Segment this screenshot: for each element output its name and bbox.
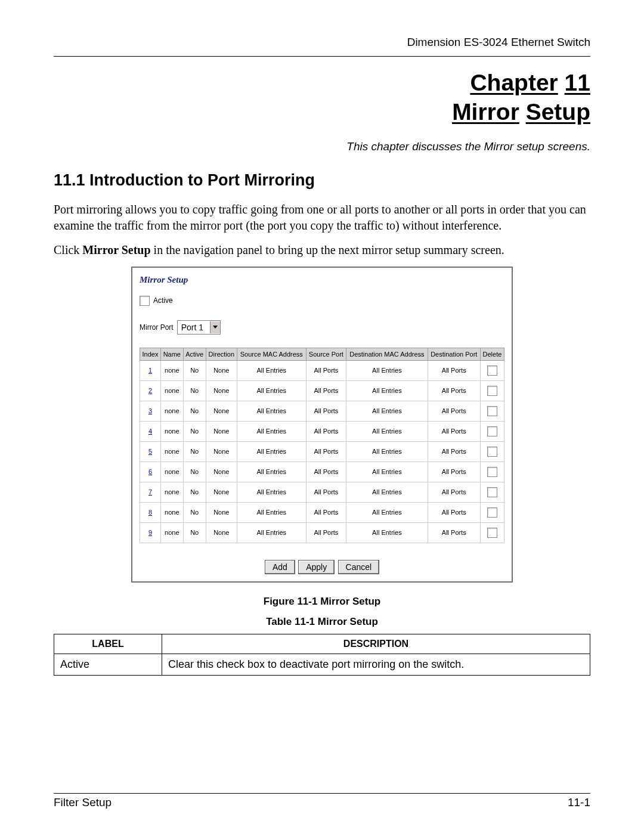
section-heading: 11.1 Introduction to Port Mirroring xyxy=(54,171,590,190)
cell-name: none xyxy=(161,502,184,522)
index-link[interactable]: 4 xyxy=(148,428,152,435)
index-link[interactable]: 5 xyxy=(148,448,152,455)
cell-srcmac: All Entries xyxy=(237,401,306,421)
cell-active: No xyxy=(183,441,206,462)
cell-srcport: All Ports xyxy=(306,522,346,543)
cell-srcport: All Ports xyxy=(306,441,346,462)
delete-checkbox[interactable] xyxy=(487,507,497,518)
cell-direction: None xyxy=(206,441,237,462)
p2-post: in the navigation panel to bring up the … xyxy=(151,243,504,256)
cell-dstport: All Ports xyxy=(428,421,480,441)
cell-active: No xyxy=(183,421,206,441)
footer: Filter Setup 11-1 xyxy=(54,793,590,809)
col-name: Name xyxy=(161,348,184,360)
cell-direction: None xyxy=(206,401,237,421)
cell-name: none xyxy=(161,421,184,441)
delete-checkbox[interactable] xyxy=(487,487,497,497)
cell-name: none xyxy=(161,401,184,421)
delete-checkbox[interactable] xyxy=(487,528,497,538)
cell-srcport: All Ports xyxy=(306,380,346,401)
delete-checkbox[interactable] xyxy=(487,467,497,477)
footer-right: 11-1 xyxy=(568,796,590,809)
cell-active: No xyxy=(183,462,206,482)
p2-bold: Mirror Setup xyxy=(82,243,150,256)
delete-checkbox[interactable] xyxy=(487,366,497,376)
mirror-port-select[interactable]: Port 1 xyxy=(177,320,221,335)
figure-caption: Figure 11-1 Mirror Setup xyxy=(131,596,513,608)
mirror-table: Index Name Active Direction Source MAC A… xyxy=(140,348,504,543)
cell-dstport: All Ports xyxy=(428,502,480,522)
active-label: Active xyxy=(153,296,173,305)
col-delete: Delete xyxy=(480,348,504,360)
col-direction: Direction xyxy=(206,348,237,360)
delete-checkbox[interactable] xyxy=(487,406,497,416)
mirror-port-value: Port 1 xyxy=(178,323,210,332)
chapter-name-a: Mirror xyxy=(452,99,519,125)
cell-active: No xyxy=(183,401,206,421)
table-row: 1noneNoNoneAll EntriesAll PortsAll Entri… xyxy=(140,360,504,380)
apply-button[interactable]: Apply xyxy=(298,560,335,574)
cell-srcport: All Ports xyxy=(306,482,346,502)
cell-name: none xyxy=(161,380,184,401)
cell-dstport: All Ports xyxy=(428,482,480,502)
chapter-name-b: Setup xyxy=(526,99,590,125)
chapter-subtitle: This chapter discusses the Mirror setup … xyxy=(54,140,590,153)
footer-left: Filter Setup xyxy=(54,796,112,809)
cell-dstmac: All Entries xyxy=(346,421,428,441)
index-link[interactable]: 3 xyxy=(148,407,152,414)
desc-label: Active xyxy=(54,654,162,675)
delete-checkbox[interactable] xyxy=(487,386,497,396)
col-srcport: Source Port xyxy=(306,348,346,360)
chapter-title: Chapter 11 Mirror Setup xyxy=(54,69,590,127)
index-link[interactable]: 7 xyxy=(148,488,152,496)
chapter-number: 11 xyxy=(565,70,590,95)
cell-direction: None xyxy=(206,360,237,380)
header-rule xyxy=(54,56,590,57)
cell-dstport: All Ports xyxy=(428,462,480,482)
chevron-down-icon xyxy=(210,321,220,333)
cancel-button[interactable]: Cancel xyxy=(338,560,380,574)
cell-active: No xyxy=(183,360,206,380)
add-button[interactable]: Add xyxy=(265,560,295,574)
cell-dstport: All Ports xyxy=(428,380,480,401)
cell-srcmac: All Entries xyxy=(237,380,306,401)
cell-srcport: All Ports xyxy=(306,462,346,482)
cell-srcmac: All Entries xyxy=(237,482,306,502)
cell-dstmac: All Entries xyxy=(346,522,428,543)
table-row: 5noneNoNoneAll EntriesAll PortsAll Entri… xyxy=(140,441,504,462)
cell-srcport: All Ports xyxy=(306,360,346,380)
col-index: Index xyxy=(140,348,161,360)
col-active: Active xyxy=(183,348,206,360)
desc-text: Clear this check box to deactivate port … xyxy=(162,654,590,675)
delete-checkbox[interactable] xyxy=(487,447,497,457)
table-row: 3noneNoNoneAll EntriesAll PortsAll Entri… xyxy=(140,401,504,421)
cell-active: No xyxy=(183,482,206,502)
cell-direction: None xyxy=(206,482,237,502)
index-link[interactable]: 8 xyxy=(148,509,152,516)
cell-direction: None xyxy=(206,522,237,543)
header-product: Dimension ES-3024 Ethernet Switch xyxy=(54,36,590,49)
cell-direction: None xyxy=(206,502,237,522)
col-dstmac: Destination MAC Address xyxy=(346,348,428,360)
cell-srcmac: All Entries xyxy=(237,462,306,482)
paragraph-1: Port mirroring allows you to copy traffi… xyxy=(54,202,590,234)
table-row: 9noneNoNoneAll EntriesAll PortsAll Entri… xyxy=(140,522,504,543)
index-link[interactable]: 2 xyxy=(148,387,152,394)
cell-active: No xyxy=(183,522,206,543)
table-caption: Table 11-1 Mirror Setup xyxy=(54,616,590,628)
cell-dstport: All Ports xyxy=(428,522,480,543)
col-srcmac: Source MAC Address xyxy=(237,348,306,360)
cell-srcmac: All Entries xyxy=(237,421,306,441)
delete-checkbox[interactable] xyxy=(487,426,497,436)
active-checkbox[interactable] xyxy=(140,296,150,306)
index-link[interactable]: 6 xyxy=(148,468,152,475)
table-row: 4noneNoNoneAll EntriesAll PortsAll Entri… xyxy=(140,421,504,441)
cell-srcport: All Ports xyxy=(306,502,346,522)
screenshot-title: Mirror Setup xyxy=(140,275,504,285)
index-link[interactable]: 1 xyxy=(148,367,152,374)
cell-name: none xyxy=(161,441,184,462)
chapter-word: Chapter xyxy=(470,70,558,95)
desc-col-description: DESCRIPTION xyxy=(162,634,590,654)
cell-srcmac: All Entries xyxy=(237,441,306,462)
index-link[interactable]: 9 xyxy=(148,529,152,536)
